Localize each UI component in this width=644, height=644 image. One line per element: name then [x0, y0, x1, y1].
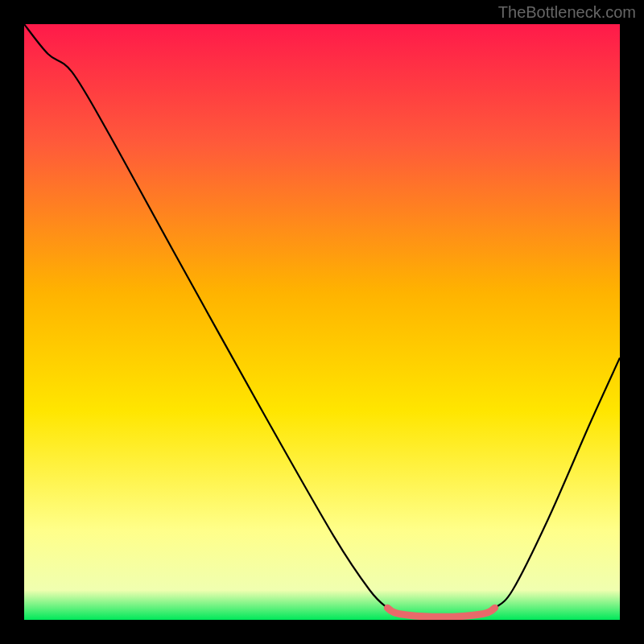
- plot-area: [24, 24, 620, 620]
- watermark-text: TheBottleneck.com: [498, 3, 636, 22]
- chart-svg: [24, 24, 620, 620]
- chart-container: TheBottleneck.com: [0, 0, 644, 644]
- gradient-background: [24, 24, 620, 620]
